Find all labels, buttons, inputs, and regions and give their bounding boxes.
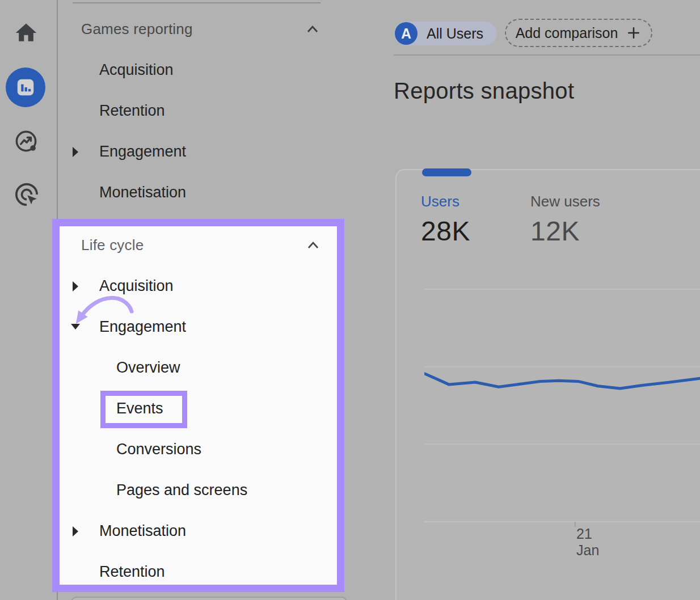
card-tab-indicator xyxy=(422,168,471,176)
nav-item-pages-and-screens[interactable]: Pages and screens xyxy=(116,481,247,498)
expander-collapsed-icon[interactable] xyxy=(73,147,78,157)
explore-icon[interactable] xyxy=(13,128,39,154)
analytics-screen: Games reporting AcquisitionRetentionEnga… xyxy=(0,0,700,600)
avatar: A xyxy=(395,22,418,45)
section-title-life-cycle: Life cycle xyxy=(81,236,144,254)
metric-label: New users xyxy=(530,193,600,210)
page-title: Reports snapshot xyxy=(394,78,574,104)
lifecycle-panel-highlight: Life cycle AcquisitionEngagementOverview… xyxy=(52,219,344,592)
left-rail xyxy=(0,0,58,600)
plus-icon xyxy=(626,25,642,41)
audience-chip-label: All Users xyxy=(427,26,483,42)
nav-section-divider xyxy=(73,2,321,3)
reports-icon[interactable] xyxy=(6,67,45,107)
section-title-games-reporting: Games reporting xyxy=(81,20,193,38)
add-comparison-label: Add comparison xyxy=(516,25,618,41)
next-section-divider xyxy=(71,597,347,600)
nav-item-monetisation[interactable]: Monetisation xyxy=(99,184,186,201)
metric-value: 28K xyxy=(421,216,470,247)
tutorial-arrow xyxy=(69,287,137,327)
chevron-up-icon[interactable] xyxy=(306,240,320,250)
audience-chip[interactable]: A All Users xyxy=(394,22,497,45)
series-line-users xyxy=(425,374,700,388)
advertising-icon[interactable] xyxy=(12,180,41,209)
metric-label: Users xyxy=(421,193,470,210)
nav-item-monetisation[interactable]: Monetisation xyxy=(99,522,186,539)
x-axis-tick-label: 21Jan xyxy=(576,526,599,559)
nav-item-conversions[interactable]: Conversions xyxy=(116,441,201,458)
add-comparison-button[interactable]: Add comparison xyxy=(505,19,652,47)
nav-item-retention[interactable]: Retention xyxy=(99,102,165,119)
nav-item-engagement[interactable]: Engagement xyxy=(99,143,186,160)
expander-collapsed-icon[interactable] xyxy=(73,526,78,536)
nav-item-overview[interactable]: Overview xyxy=(116,359,180,376)
metric-tab-users[interactable]: Users 28K xyxy=(421,193,470,247)
metric-tab-new-users[interactable]: New users 12K xyxy=(530,193,600,247)
nav-item-acquisition[interactable]: Acquisition xyxy=(99,61,174,78)
header-divider xyxy=(394,54,700,56)
nav-item-retention[interactable]: Retention xyxy=(99,563,165,580)
chevron-up-icon[interactable] xyxy=(306,24,319,34)
home-icon[interactable] xyxy=(14,20,39,45)
users-line-chart xyxy=(424,272,700,539)
metric-value: 12K xyxy=(530,216,600,247)
events-highlight-box xyxy=(100,391,187,428)
